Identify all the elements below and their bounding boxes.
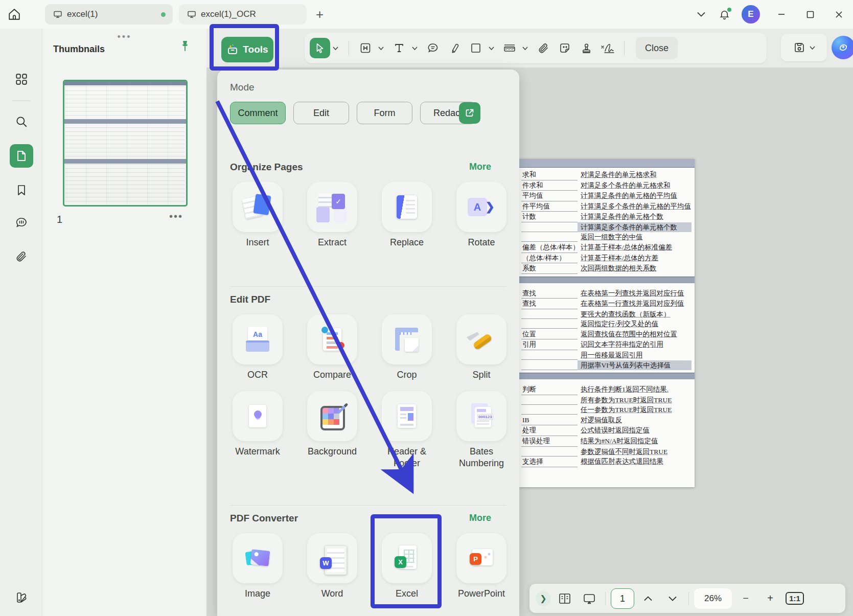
- page-down-icon[interactable]: [662, 588, 683, 609]
- tool-item[interactable]: Crop: [382, 314, 432, 381]
- document-tab[interactable]: excel(1)_OCR: [179, 4, 307, 25]
- bookmark-icon[interactable]: [10, 178, 33, 202]
- converter-more-link[interactable]: More: [469, 513, 491, 523]
- sticker-icon[interactable]: [555, 38, 575, 58]
- ai-assistant-icon[interactable]: [832, 36, 853, 59]
- zoom-out-icon[interactable]: −: [735, 588, 756, 609]
- doc-row: 用一俗移最返回引用: [521, 350, 691, 360]
- notifications-button[interactable]: [714, 7, 734, 22]
- image-icon: [242, 543, 273, 574]
- unsaved-dot: [161, 12, 166, 17]
- tool-item[interactable]: OCR: [233, 314, 283, 381]
- tool-item[interactable]: Bates Numbering: [456, 391, 506, 469]
- pen-icon[interactable]: [444, 38, 465, 58]
- page-number-input[interactable]: 1: [611, 588, 634, 609]
- close-tools-button[interactable]: Close: [636, 37, 678, 59]
- minimize-button[interactable]: [767, 0, 796, 29]
- page-thumbnail-content: [65, 82, 185, 204]
- comments-icon[interactable]: [10, 211, 33, 235]
- doc-row: 任一参数为TRUE时返回TRUE: [521, 405, 691, 415]
- split-icon: [466, 324, 497, 355]
- tool-item[interactable]: Insert: [233, 182, 283, 248]
- word-icon: [317, 543, 348, 574]
- tool-item[interactable]: PowerPoint: [456, 533, 506, 600]
- excel-icon: [391, 543, 422, 574]
- highlight-caret-icon[interactable]: [377, 38, 385, 58]
- tool-item[interactable]: Background: [307, 391, 357, 469]
- tab-label: excel(1): [67, 9, 98, 19]
- doc-row: 参数逻辑值不同时返回TRUE: [521, 447, 691, 457]
- text-caret-icon[interactable]: [410, 38, 419, 58]
- document-tab[interactable]: excel(1): [45, 4, 173, 25]
- mode-button[interactable]: Comment: [230, 102, 286, 124]
- thumbnails-icon[interactable]: [10, 144, 33, 168]
- pin-icon[interactable]: [179, 40, 191, 53]
- measure-caret-icon[interactable]: [521, 38, 529, 58]
- doc-row: IB 对逻辑值取反: [521, 415, 691, 426]
- stamp-icon[interactable]: [576, 38, 596, 58]
- edit-pdf-section: Edit PDF OCR Compare Crop: [230, 286, 506, 469]
- tool-item[interactable]: Rotate: [456, 182, 506, 248]
- close-window-button[interactable]: [824, 0, 853, 29]
- toolbox-icon: [226, 43, 239, 56]
- tool-item[interactable]: Compare: [307, 314, 357, 381]
- thumbnails-panel: ••• Thumbnails 1 •••: [42, 29, 206, 616]
- doc-row: 更强大的查找函数（新版本）: [521, 309, 691, 320]
- save-button-group[interactable]: [781, 34, 827, 61]
- tools-button-label: Tools: [243, 44, 268, 55]
- measure-icon[interactable]: [499, 38, 520, 58]
- select-cursor-icon[interactable]: [310, 38, 330, 58]
- attachment-icon[interactable]: [533, 38, 554, 58]
- comment-bubble-icon[interactable]: [423, 38, 443, 58]
- titlebar: excel(1) excel(1)_OCR + E: [0, 0, 853, 29]
- crop-icon: [391, 324, 422, 355]
- actual-size-icon[interactable]: 1:1: [784, 588, 805, 609]
- page-thumbnail[interactable]: [63, 80, 188, 207]
- tool-item[interactable]: Replace: [382, 182, 432, 248]
- swatch-icon[interactable]: [10, 586, 33, 609]
- shape-icon[interactable]: [466, 38, 486, 58]
- pdf-converter-section: PDF Converter More Image Word Excel: [230, 505, 506, 600]
- signature-icon[interactable]: [597, 38, 618, 58]
- avatar[interactable]: E: [742, 5, 760, 24]
- rail-divider: [12, 100, 31, 101]
- watermark-icon: [242, 401, 273, 431]
- presentation-icon[interactable]: [579, 588, 600, 609]
- tools-button[interactable]: Tools: [221, 37, 273, 62]
- organize-more-link[interactable]: More: [469, 162, 491, 172]
- doc-row: 查找 在表格第一行查找并返回对应列值: [521, 299, 691, 309]
- zoom-level[interactable]: 26%: [694, 588, 732, 609]
- tool-item[interactable]: Watermark: [233, 391, 283, 469]
- home-icon: [8, 8, 21, 21]
- expand-icon[interactable]: ❯: [536, 591, 551, 606]
- page-up-icon[interactable]: [637, 588, 659, 609]
- open-in-new-window-button[interactable]: [459, 102, 480, 124]
- home-button[interactable]: [0, 0, 29, 29]
- mode-button[interactable]: Edit: [293, 102, 349, 124]
- tool-item[interactable]: Word: [307, 533, 357, 600]
- tool-item[interactable]: Image: [233, 533, 283, 600]
- two-page-view-icon[interactable]: [554, 588, 575, 609]
- shape-caret-icon[interactable]: [487, 38, 495, 58]
- thumbnail-menu-dots[interactable]: •••: [169, 211, 183, 222]
- table-section-header: [519, 159, 695, 168]
- tool-item[interactable]: Excel: [382, 533, 432, 600]
- tool-item[interactable]: Split: [456, 314, 506, 381]
- text-icon[interactable]: [389, 38, 409, 58]
- doc-row: 用据率VI号从值列表中选择值: [521, 360, 691, 371]
- highlight-area-icon[interactable]: [355, 38, 376, 58]
- doc-row: 查找 在表格第一列查找并返回对应行值: [521, 288, 691, 299]
- search-icon[interactable]: [10, 110, 33, 133]
- chevron-down-icon[interactable]: [692, 9, 710, 20]
- tool-item[interactable]: Extract: [307, 182, 357, 248]
- tool-item[interactable]: Header & Footer: [382, 391, 432, 469]
- zoom-in-icon[interactable]: +: [759, 588, 781, 609]
- new-tab-button[interactable]: +: [316, 8, 324, 21]
- maximize-button[interactable]: [796, 0, 824, 29]
- attachments-icon[interactable]: [10, 245, 33, 268]
- thumbnail-page-number: 1: [57, 214, 62, 225]
- select-caret-icon[interactable]: [331, 38, 339, 58]
- grid-icon[interactable]: [10, 67, 33, 91]
- rotate-icon: [466, 192, 497, 222]
- mode-button[interactable]: Form: [357, 102, 412, 124]
